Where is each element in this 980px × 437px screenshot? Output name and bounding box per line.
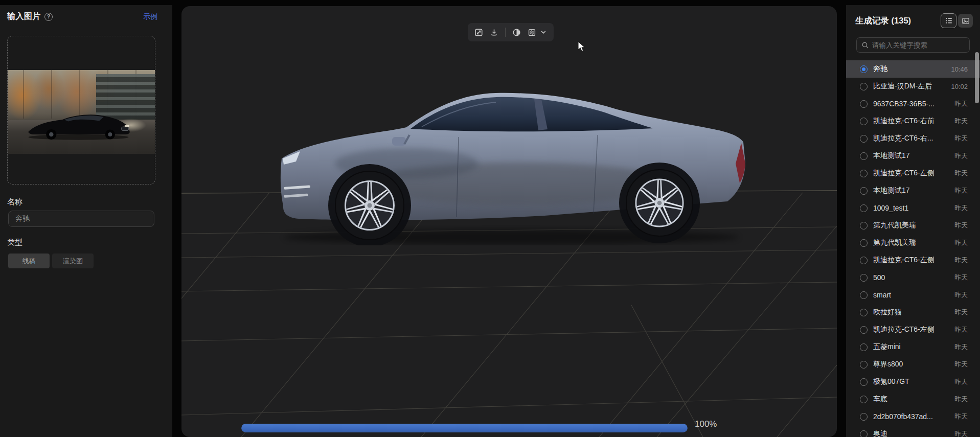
record-radio[interactable]: [860, 222, 868, 229]
record-name: 2d2b070fb437ad...: [873, 412, 950, 421]
record-row[interactable]: 500 昨天: [846, 269, 980, 286]
record-radio[interactable]: [860, 326, 868, 334]
record-radio[interactable]: [860, 65, 868, 73]
record-row[interactable]: 凯迪拉克-CT6-右前 昨天: [846, 112, 980, 130]
record-time: 昨天: [954, 186, 968, 195]
type-button-render[interactable]: 渲染图: [52, 254, 94, 268]
record-radio[interactable]: [860, 170, 868, 177]
record-radio[interactable]: [860, 118, 868, 125]
record-time: 昨天: [954, 342, 968, 352]
list-view-button[interactable]: [941, 13, 956, 28]
record-row[interactable]: 凯迪拉克-CT6-左侧 昨天: [846, 251, 980, 269]
record-name: 极氪007GT: [873, 377, 950, 386]
record-radio[interactable]: [860, 257, 868, 264]
record-time: 昨天: [954, 99, 968, 108]
record-row[interactable]: 第九代凯美瑞 昨天: [846, 217, 980, 234]
type-button-group: 线稿 渲染图: [8, 254, 94, 268]
record-row[interactable]: 本地测试17 昨天: [846, 147, 980, 165]
record-time: 昨天: [954, 134, 968, 143]
material-icon[interactable]: [528, 28, 536, 37]
record-row[interactable]: 本地测试17 昨天: [846, 182, 980, 199]
record-radio[interactable]: [860, 274, 868, 282]
record-name: 奔驰: [873, 64, 947, 74]
name-input[interactable]: [8, 211, 154, 227]
record-time: 昨天: [954, 412, 968, 421]
record-time: 昨天: [954, 117, 968, 126]
record-radio[interactable]: [860, 135, 868, 143]
record-time: 昨天: [954, 325, 968, 334]
record-name: 车底: [873, 395, 950, 404]
record-name: 第九代凯美瑞: [873, 221, 950, 230]
record-radio[interactable]: [860, 430, 868, 437]
model-viewport-canvas[interactable]: 100%: [181, 6, 837, 437]
download-icon[interactable]: [490, 28, 498, 37]
progress-percent-label: 100%: [695, 419, 717, 429]
input-image-title: 输入图片: [7, 11, 41, 22]
records-header: 生成记录 (135): [855, 13, 973, 28]
record-row[interactable]: 第九代凯美瑞 昨天: [846, 234, 980, 251]
image-upload-dropzone[interactable]: [7, 36, 155, 185]
viewport-toolbar: [468, 23, 554, 41]
record-row[interactable]: 比亚迪-汉DM-左后 10:02: [846, 78, 980, 95]
records-list: 奔驰 10:46 比亚迪-汉DM-左后 10:02 9637CB37-36B5-…: [846, 60, 980, 437]
record-time: 昨天: [954, 429, 968, 437]
record-row[interactable]: 1009_test1 昨天: [846, 199, 980, 217]
record-radio[interactable]: [860, 152, 868, 160]
record-time: 昨天: [954, 395, 968, 404]
record-row[interactable]: 凯迪拉克-CT6-左侧 昨天: [846, 165, 980, 182]
record-row[interactable]: 奥迪 昨天: [846, 425, 980, 437]
view-toggle-group: [941, 13, 973, 28]
record-row[interactable]: 尊界s800 昨天: [846, 356, 980, 373]
record-time: 10:02: [951, 83, 968, 90]
record-row[interactable]: smart 昨天: [846, 286, 980, 304]
record-time: 昨天: [954, 203, 968, 213]
record-time: 昨天: [954, 360, 968, 369]
image-view-button[interactable]: [958, 14, 973, 28]
record-name: 本地测试17: [873, 186, 950, 195]
expand-icon[interactable]: [474, 28, 483, 37]
record-radio[interactable]: [860, 378, 868, 386]
record-name: 1009_test1: [873, 204, 950, 212]
record-time: 昨天: [954, 256, 968, 265]
record-time: 昨天: [954, 221, 968, 230]
record-radio[interactable]: [860, 361, 868, 369]
record-radio[interactable]: [860, 413, 868, 421]
record-name: 凯迪拉克-CT6-左侧: [873, 256, 950, 265]
type-button-sketch[interactable]: 线稿: [8, 254, 50, 268]
record-row[interactable]: 凯迪拉克-CT6-右... 昨天: [846, 130, 980, 147]
record-radio[interactable]: [860, 100, 868, 108]
example-link[interactable]: 示例: [143, 12, 157, 21]
records-search-box: [856, 37, 970, 53]
uploaded-car-photo: [8, 70, 155, 154]
input-panel-header: 输入图片 ? 示例: [7, 11, 157, 22]
records-title: 生成记录 (135): [855, 15, 911, 27]
records-scrollbar-thumb[interactable]: [975, 52, 979, 103]
record-time: 昨天: [954, 151, 968, 160]
record-row[interactable]: 2d2b070fb437ad... 昨天: [846, 408, 980, 425]
record-row[interactable]: 极氪007GT 昨天: [846, 373, 980, 390]
record-row[interactable]: 9637CB37-36B5-... 昨天: [846, 95, 980, 112]
toolbar-divider: [505, 28, 506, 37]
record-row[interactable]: 五菱mini 昨天: [846, 338, 980, 356]
contrast-icon[interactable]: [512, 28, 521, 37]
record-radio[interactable]: [860, 204, 868, 212]
help-icon[interactable]: ?: [44, 13, 53, 21]
record-name: 凯迪拉克-CT6-左侧: [873, 325, 950, 334]
record-name: 凯迪拉克-CT6-右前: [873, 117, 950, 126]
record-radio[interactable]: [860, 187, 868, 195]
record-radio[interactable]: [860, 396, 868, 403]
record-row[interactable]: 奔驰 10:46: [846, 60, 980, 78]
record-radio[interactable]: [860, 291, 868, 299]
record-radio[interactable]: [860, 343, 868, 351]
chevron-down-icon[interactable]: [540, 29, 547, 36]
record-time: 昨天: [954, 169, 968, 178]
record-radio[interactable]: [860, 309, 868, 316]
record-radio[interactable]: [860, 239, 868, 247]
record-row[interactable]: 车底 昨天: [846, 390, 980, 408]
record-row[interactable]: 欧拉好猫 昨天: [846, 304, 980, 321]
record-radio[interactable]: [860, 83, 868, 90]
input-panel: 输入图片 ? 示例 名称 类型 线稿: [0, 5, 172, 437]
records-search-input[interactable]: [872, 41, 965, 49]
record-name: 尊界s800: [873, 360, 950, 369]
record-row[interactable]: 凯迪拉克-CT6-左侧 昨天: [846, 321, 980, 338]
